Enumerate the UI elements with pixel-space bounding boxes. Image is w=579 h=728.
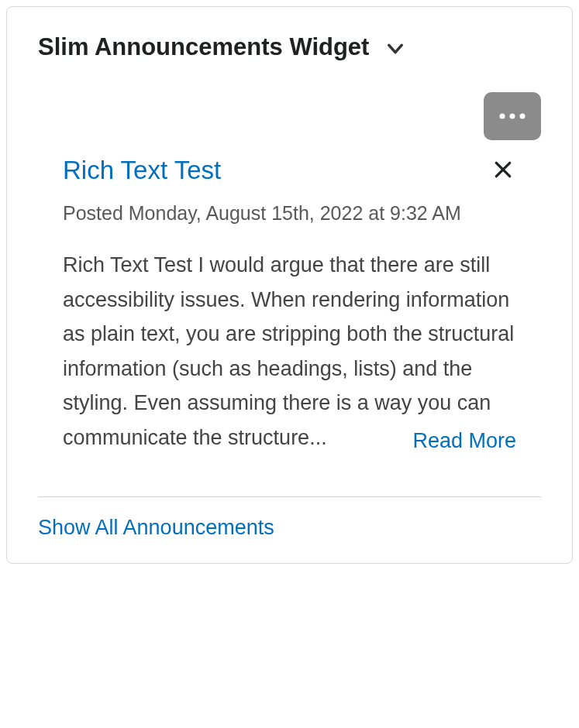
chevron-down-icon[interactable] (384, 38, 406, 60)
svg-point-1 (510, 113, 515, 118)
announcement-header: Rich Text Test (7, 148, 572, 185)
widget-title: Slim Announcements Widget (38, 33, 369, 61)
dismiss-button[interactable] (490, 156, 516, 185)
posted-timestamp: Posted Monday, August 15th, 2022 at 9:32… (7, 185, 572, 225)
more-actions-button[interactable] (484, 92, 541, 140)
announcement-body: Rich Text Test I would argue that there … (7, 225, 572, 458)
more-icon (498, 111, 527, 122)
announcements-widget: Slim Announcements Widget Rich Text Test (6, 6, 573, 564)
close-icon (493, 160, 513, 182)
svg-point-2 (520, 113, 526, 118)
widget-header: Slim Announcements Widget (7, 7, 572, 77)
show-all-announcements-link[interactable]: Show All Announcements (7, 497, 572, 563)
read-more-link[interactable]: Read More (412, 424, 516, 458)
announcement-title-link[interactable]: Rich Text Test (63, 156, 221, 185)
announcement-body-text: Rich Text Test I would argue that there … (63, 253, 514, 449)
actions-row (7, 77, 572, 148)
svg-point-0 (500, 113, 505, 118)
